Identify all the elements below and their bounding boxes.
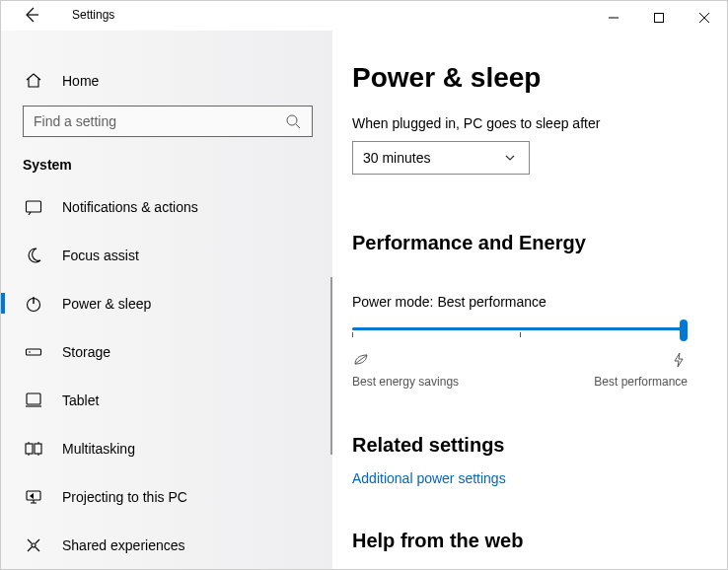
slider-min-label: Best energy savings — [352, 375, 459, 389]
svg-point-10 — [32, 543, 36, 547]
sidebar-item-label: Storage — [62, 344, 110, 360]
sleep-dropdown-value: 30 minutes — [363, 150, 430, 166]
tablet-icon — [25, 392, 42, 409]
sidebar-item-storage[interactable]: Storage — [1, 327, 332, 376]
minimize-button[interactable] — [591, 5, 636, 31]
sidebar-item-power-sleep[interactable]: Power & sleep — [1, 279, 332, 327]
slider-tick — [520, 332, 521, 337]
search-input[interactable] — [23, 106, 313, 137]
sidebar-item-label: Focus assist — [62, 248, 139, 263]
home-icon — [25, 72, 42, 90]
svg-rect-4 — [27, 349, 41, 355]
svg-rect-7 — [26, 444, 33, 454]
svg-point-5 — [29, 351, 31, 353]
sidebar-item-label: Projecting to this PC — [62, 489, 187, 505]
sidebar-item-label: Multitasking — [62, 441, 135, 457]
sidebar-item-label: Shared experiences — [62, 537, 185, 553]
sidebar-item-projecting[interactable]: Projecting to this PC — [1, 472, 332, 521]
close-button[interactable] — [682, 5, 727, 31]
sidebar-item-tablet[interactable]: Tablet — [1, 376, 332, 424]
projecting-icon — [25, 488, 42, 506]
leaf-icon — [352, 351, 370, 369]
sidebar-item-label: Power & sleep — [62, 296, 151, 312]
back-button[interactable] — [17, 0, 46, 30]
power-icon — [25, 295, 42, 313]
search-icon — [284, 112, 302, 130]
page-title: Power & sleep — [352, 62, 688, 94]
sidebar-item-focus-assist[interactable]: Focus assist — [1, 231, 332, 279]
help-from-web-heading: Help from the web — [352, 530, 688, 552]
svg-point-1 — [287, 115, 297, 125]
slider-tick — [352, 332, 353, 337]
sleep-dropdown[interactable]: 30 minutes — [352, 141, 530, 175]
lightning-icon — [670, 351, 688, 369]
sidebar-home-label: Home — [62, 73, 99, 89]
power-mode-slider[interactable] — [352, 320, 688, 339]
performance-heading: Performance and Energy — [352, 232, 688, 254]
additional-power-settings-link[interactable]: Additional power settings — [352, 470, 688, 486]
sidebar-section-label: System — [1, 137, 332, 182]
sidebar-item-label: Notifications & actions — [62, 199, 198, 215]
slider-thumb[interactable] — [680, 320, 688, 341]
sidebar-item-shared-experiences[interactable]: Shared experiences — [1, 521, 332, 569]
maximize-button[interactable] — [636, 5, 682, 31]
sidebar-home[interactable]: Home — [1, 60, 332, 106]
svg-rect-0 — [655, 14, 664, 23]
search-field[interactable] — [34, 113, 284, 129]
multitasking-icon — [25, 440, 42, 458]
moon-icon — [25, 247, 42, 264]
sidebar-item-notifications[interactable]: Notifications & actions — [1, 182, 332, 231]
sidebar-item-label: Tablet — [62, 392, 99, 408]
chevron-down-icon — [501, 149, 519, 167]
svg-rect-2 — [27, 201, 41, 212]
app-title: Settings — [72, 8, 114, 22]
notifications-icon — [25, 198, 42, 216]
slider-rail — [352, 327, 688, 330]
svg-rect-8 — [35, 444, 41, 454]
sidebar-item-multitasking[interactable]: Multitasking — [1, 424, 332, 472]
sleep-label: When plugged in, PC goes to sleep after — [352, 115, 688, 131]
slider-max-label: Best performance — [594, 375, 688, 389]
svg-rect-6 — [27, 393, 40, 404]
power-mode-label: Power mode: Best performance — [352, 294, 688, 310]
shared-icon — [25, 536, 42, 554]
related-settings-heading: Related settings — [352, 434, 688, 457]
storage-icon — [25, 343, 42, 361]
